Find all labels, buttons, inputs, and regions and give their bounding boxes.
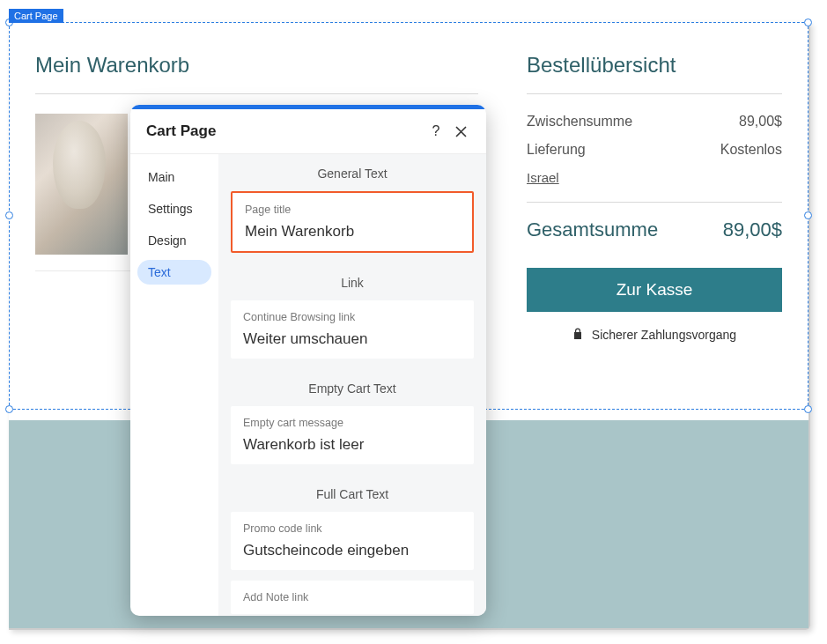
shipping-row: Lieferung Kostenlos (527, 142, 782, 158)
panel-content-scroll[interactable]: General Text Page title Mein Warenkorb L… (218, 154, 486, 616)
field-page-title[interactable]: Page title Mein Warenkorb (231, 191, 474, 253)
field-label: Continue Browsing link (243, 311, 461, 323)
panel-title: Cart Page (146, 122, 421, 140)
section-full-cart: Full Cart Text (218, 475, 486, 512)
section-general-text: General Text (218, 154, 486, 191)
field-continue-browsing[interactable]: Continue Browsing link Weiter umschauen (231, 300, 474, 359)
close-panel-icon[interactable] (451, 122, 470, 141)
shipping-label: Lieferung (527, 142, 586, 158)
field-label: Page title (245, 204, 460, 216)
field-label: Empty cart message (243, 417, 461, 429)
field-label: Promo code link (243, 522, 461, 535)
field-value: Gutscheincode eingeben (243, 542, 461, 559)
selection-label: Cart Page (9, 9, 63, 23)
total-label: Gesamtsumme (527, 218, 658, 241)
subtotal-row: Zwischensumme 89,00$ (527, 114, 782, 130)
panel-tabs: Main Settings Design Text (130, 154, 218, 616)
product-thumbnail (35, 114, 128, 255)
field-empty-cart-message[interactable]: Empty cart message Warenkorb ist leer (231, 406, 474, 464)
settings-panel: Cart Page ? Main Settings Design Text Ge… (130, 105, 486, 616)
tab-text[interactable]: Text (137, 260, 211, 285)
field-value: Weiter umschauen (243, 330, 461, 348)
tab-settings[interactable]: Settings (137, 196, 211, 221)
total-value: 89,00$ (723, 218, 782, 241)
field-promo-code[interactable]: Promo code link Gutscheincode eingeben (231, 512, 474, 570)
lock-icon (572, 328, 587, 342)
subtotal-label: Zwischensumme (527, 114, 632, 130)
panel-body: Main Settings Design Text General Text P… (130, 154, 486, 616)
field-label: Add Note link (243, 591, 461, 603)
shipping-location-link[interactable]: Israel (527, 170, 559, 185)
checkout-button[interactable]: Zur Kasse (527, 268, 782, 312)
subtotal-value: 89,00$ (739, 114, 782, 130)
help-icon[interactable]: ? (426, 122, 446, 141)
order-summary-column: Bestellübersicht Zwischensumme 89,00$ Li… (527, 53, 782, 410)
field-add-note[interactable]: Add Note link (231, 581, 474, 614)
cart-title: Mein Warenkorb (35, 53, 478, 94)
panel-header: Cart Page ? (130, 109, 486, 154)
section-link: Link (218, 263, 486, 300)
total-row: Gesamtsumme 89,00$ (527, 218, 782, 241)
summary-divider (527, 202, 782, 203)
field-value: Mein Warenkorb (245, 223, 460, 241)
secure-payment-row: Sicherer Zahlungsvorgang (527, 328, 782, 342)
order-summary-title: Bestellübersicht (527, 53, 782, 94)
tab-design[interactable]: Design (137, 228, 211, 253)
section-empty-cart: Empty Cart Text (218, 369, 486, 406)
tab-main[interactable]: Main (137, 165, 211, 189)
secure-payment-label: Sicherer Zahlungsvorgang (592, 328, 736, 342)
field-value: Warenkorb ist leer (243, 436, 461, 454)
shipping-value: Kostenlos (720, 142, 782, 158)
